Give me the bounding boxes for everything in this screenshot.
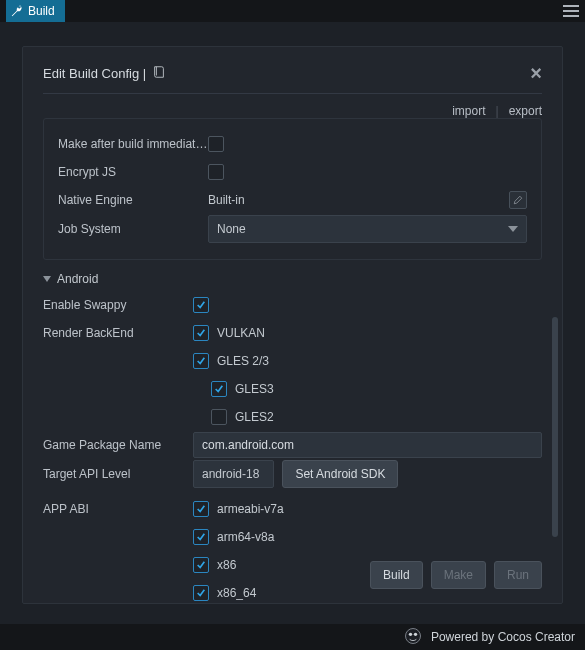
- close-icon[interactable]: ×: [530, 63, 542, 83]
- label-armeabi-v7a: armeabi-v7a: [217, 502, 284, 516]
- checkbox-make-after-build[interactable]: [208, 136, 224, 152]
- scrollbar[interactable]: [552, 317, 558, 537]
- label-job-system: Job System: [58, 222, 208, 236]
- select-target-api-value: android-18: [202, 467, 259, 481]
- checkbox-armeabi-v7a[interactable]: [193, 501, 209, 517]
- general-group: Make after build immediat… Encrypt JS Na…: [43, 118, 542, 260]
- row-gles2: GLES2: [43, 404, 542, 430]
- checkbox-encrypt-js[interactable]: [208, 164, 224, 180]
- label-gles3: GLES3: [235, 382, 274, 396]
- row-arm64-v8a: arm64-v8a: [43, 524, 542, 550]
- panel-title: Edit Build Config |: [43, 65, 166, 82]
- powered-by-text: Powered by Cocos Creator: [431, 630, 575, 644]
- row-make-after-build: Make after build immediat…: [58, 131, 527, 157]
- row-enable-swappy: Enable Swappy: [43, 292, 542, 318]
- book-icon[interactable]: [152, 65, 166, 82]
- panel-header: Edit Build Config | ×: [43, 63, 542, 94]
- label-package-name: Game Package Name: [43, 438, 193, 452]
- checkbox-arm64-v8a[interactable]: [193, 529, 209, 545]
- section-android-title: Android: [57, 272, 98, 286]
- checkbox-x86[interactable]: [193, 557, 209, 573]
- select-job-system-value: None: [217, 222, 246, 236]
- run-button[interactable]: Run: [494, 561, 542, 589]
- label-render-backend: Render BackEnd: [43, 326, 193, 340]
- row-job-system: Job System None: [58, 215, 527, 243]
- svg-point-1: [409, 632, 412, 635]
- title-tab-build[interactable]: Build: [6, 0, 65, 22]
- svg-point-0: [405, 628, 420, 643]
- build-config-panel: Edit Build Config | × import | export Ma…: [22, 46, 563, 604]
- set-android-sdk-button[interactable]: Set Android SDK: [282, 460, 398, 488]
- label-native-engine: Native Engine: [58, 193, 208, 207]
- title-text: Build: [28, 4, 55, 18]
- row-encrypt-js: Encrypt JS: [58, 159, 527, 185]
- separator: |: [496, 104, 499, 118]
- value-native-engine: Built-in: [208, 193, 245, 207]
- row-app-abi: APP ABI armeabi-v7a: [43, 496, 542, 522]
- row-gles3: GLES3: [43, 376, 542, 402]
- title-bar: Build: [0, 0, 585, 22]
- checkbox-gles23[interactable]: [193, 353, 209, 369]
- label-x86-64: x86_64: [217, 586, 256, 600]
- checkbox-enable-swappy[interactable]: [193, 297, 209, 313]
- import-export-actions: import | export: [43, 104, 542, 118]
- label-enable-swappy: Enable Swappy: [43, 298, 193, 312]
- panel-title-text: Edit Build Config |: [43, 66, 146, 81]
- label-gles23: GLES 2/3: [217, 354, 269, 368]
- import-link[interactable]: import: [452, 104, 485, 118]
- label-x86: x86: [217, 558, 236, 572]
- label-make-after-build: Make after build immediat…: [58, 137, 208, 151]
- status-bar: Powered by Cocos Creator: [0, 624, 585, 650]
- build-button[interactable]: Build: [370, 561, 423, 589]
- checkbox-x86-64[interactable]: [193, 585, 209, 601]
- row-package-name: Game Package Name: [43, 432, 542, 458]
- row-target-api: Target API Level android-18 Set Android …: [43, 460, 542, 488]
- label-app-abi: APP ABI: [43, 502, 193, 516]
- select-target-api[interactable]: android-18: [193, 460, 274, 488]
- footer-buttons: Build Make Run: [370, 561, 542, 589]
- svg-point-2: [414, 632, 417, 635]
- menu-icon[interactable]: [563, 5, 579, 17]
- label-arm64-v8a: arm64-v8a: [217, 530, 274, 544]
- chevron-down-icon: [43, 276, 51, 282]
- checkbox-gles3[interactable]: [211, 381, 227, 397]
- export-link[interactable]: export: [509, 104, 542, 118]
- label-target-api: Target API Level: [43, 467, 193, 481]
- android-group: Enable Swappy Render BackEnd VULKAN GLES…: [43, 292, 542, 606]
- section-android-header[interactable]: Android: [43, 272, 542, 286]
- label-gles2: GLES2: [235, 410, 274, 424]
- checkbox-vulkan[interactable]: [193, 325, 209, 341]
- checkbox-gles2[interactable]: [211, 409, 227, 425]
- label-vulkan: VULKAN: [217, 326, 265, 340]
- wrench-icon: [10, 4, 24, 18]
- edit-native-engine-button[interactable]: [509, 191, 527, 209]
- label-encrypt-js: Encrypt JS: [58, 165, 208, 179]
- row-native-engine: Native Engine Built-in: [58, 187, 527, 213]
- input-package-name[interactable]: [193, 432, 542, 458]
- cocos-logo-icon: [403, 626, 423, 649]
- make-button[interactable]: Make: [431, 561, 486, 589]
- select-job-system[interactable]: None: [208, 215, 527, 243]
- chevron-down-icon: [508, 226, 518, 232]
- row-render-backend: Render BackEnd VULKAN: [43, 320, 542, 346]
- row-gles23: GLES 2/3: [43, 348, 542, 374]
